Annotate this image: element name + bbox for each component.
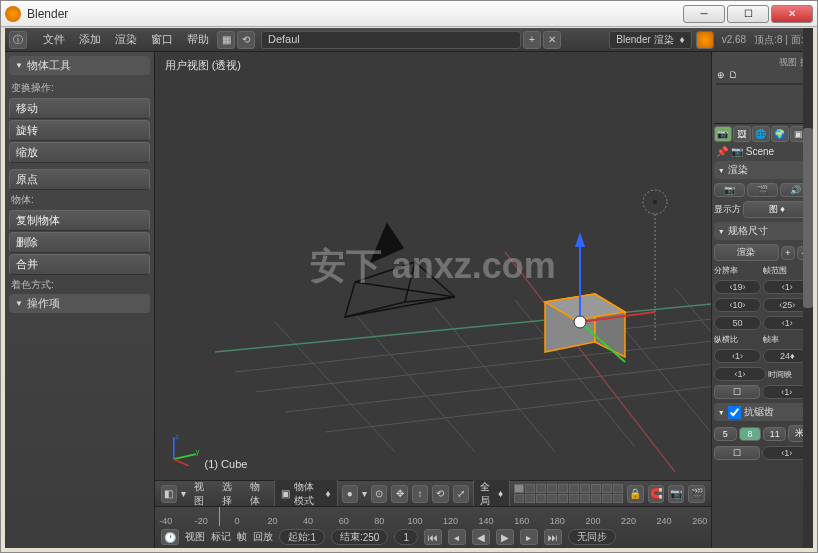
manipulator-rotate-icon[interactable]: ⟲ bbox=[432, 485, 448, 503]
axis-gizmo: z y bbox=[167, 432, 201, 466]
menu-file[interactable]: 文件 bbox=[37, 30, 71, 49]
timeline-editor-icon[interactable]: 🕐 bbox=[161, 529, 179, 545]
origin-button[interactable]: 原点 bbox=[9, 169, 150, 190]
aspect-y-field[interactable]: ‹1› bbox=[714, 367, 767, 381]
outliner-scene[interactable]: 🗋 bbox=[729, 70, 738, 80]
outliner[interactable]: 视图 搜 ⊕🗋 bbox=[714, 54, 811, 124]
translate-button[interactable]: 移动 bbox=[9, 98, 150, 119]
lock-camera-icon[interactable]: 🔒 bbox=[627, 485, 643, 503]
aa-8[interactable]: 8 bbox=[739, 427, 762, 441]
editor-type-icon[interactable]: ⓘ bbox=[9, 31, 27, 49]
svg-text:z: z bbox=[175, 433, 179, 440]
tick: 140 bbox=[479, 516, 494, 526]
tick: 240 bbox=[657, 516, 672, 526]
minimize-button[interactable]: ─ bbox=[683, 5, 725, 23]
editor-type-3dview-icon[interactable]: ◧ bbox=[161, 485, 177, 503]
manipulator-scale-icon[interactable]: ⤢ bbox=[453, 485, 469, 503]
dimensions-section[interactable]: 规格尺寸 bbox=[714, 222, 811, 240]
shading-solid-icon[interactable]: ● bbox=[342, 485, 358, 503]
scene-tab-icon[interactable]: 🌐 bbox=[752, 126, 770, 142]
render-button[interactable]: 📷 bbox=[714, 183, 745, 197]
object-menu[interactable]: 物体 bbox=[246, 478, 270, 510]
pivot-icon[interactable]: ⊙ bbox=[371, 485, 387, 503]
svg-line-16 bbox=[345, 297, 455, 317]
operator-header[interactable]: 操作项 bbox=[9, 294, 150, 313]
aspect-field[interactable]: ‹1› bbox=[714, 349, 762, 363]
jump-start-icon[interactable]: ⏮ bbox=[424, 529, 442, 545]
tick: 260 bbox=[692, 516, 707, 526]
menu-help[interactable]: 帮助 bbox=[181, 30, 215, 49]
preset-dropdown[interactable]: 渲染 bbox=[714, 244, 779, 261]
mode-dropdown[interactable]: ▣物体模式 ♦ bbox=[274, 478, 338, 510]
shading-label: 着色方式: bbox=[9, 276, 150, 294]
maximize-button[interactable]: ☐ bbox=[727, 5, 769, 23]
jump-end-icon[interactable]: ⏭ bbox=[544, 529, 562, 545]
3d-viewport[interactable]: 用户视图 (透视) bbox=[155, 52, 711, 480]
add-preset-icon[interactable]: + bbox=[781, 246, 795, 260]
timeline-ruler[interactable]: -40-200204060801001201401601802002202402… bbox=[155, 507, 711, 526]
scale-button[interactable]: 缩放 bbox=[9, 142, 150, 163]
res-x-field[interactable]: ‹19› bbox=[714, 280, 762, 294]
world-tab-icon[interactable]: 🌍 bbox=[771, 126, 789, 142]
sync-dropdown[interactable]: 无同步 bbox=[568, 529, 616, 545]
timeline-marker-menu[interactable]: 标记 bbox=[211, 530, 231, 544]
keyframe-next-icon[interactable]: ▸ bbox=[520, 529, 538, 545]
chevron-down-icon: ▾ bbox=[181, 488, 186, 499]
end-frame-field[interactable]: 结束: 250 bbox=[331, 529, 388, 545]
delete-button[interactable]: 删除 bbox=[9, 232, 150, 253]
res-pct-field[interactable]: 50 bbox=[714, 316, 762, 330]
svg-marker-22 bbox=[575, 232, 585, 247]
titlebar: Blender ─ ☐ ✕ bbox=[1, 1, 817, 27]
aa-section[interactable]: 抗锯齿 bbox=[714, 403, 811, 421]
object-tools-header[interactable]: 物体工具 bbox=[9, 56, 150, 75]
orientation-dropdown[interactable]: 全局 ♦ bbox=[473, 478, 510, 510]
close-button[interactable]: ✕ bbox=[771, 5, 813, 23]
aa-checkbox[interactable] bbox=[728, 406, 741, 419]
layout-icon[interactable]: ▦ bbox=[217, 31, 235, 49]
clapboard-icon[interactable]: 🎬 bbox=[688, 485, 704, 503]
play-reverse-icon[interactable]: ◀ bbox=[472, 529, 490, 545]
svg-point-25 bbox=[574, 316, 586, 328]
animation-button[interactable]: 🎬 bbox=[747, 183, 778, 197]
menu-add[interactable]: 添加 bbox=[73, 30, 107, 49]
remove-scene-icon[interactable]: ✕ bbox=[543, 31, 561, 49]
scene-name-field[interactable]: Defaul bbox=[261, 31, 521, 49]
snap-icon[interactable]: 🧲 bbox=[648, 485, 664, 503]
render-engine-dropdown[interactable]: Blender 渲染 ♦ bbox=[609, 31, 691, 49]
render-icon[interactable]: 📷 bbox=[668, 485, 684, 503]
timeline-frame-menu[interactable]: 帧 bbox=[237, 530, 247, 544]
layers-tab-icon[interactable]: 🖼 bbox=[733, 126, 751, 142]
aa-11[interactable]: 11 bbox=[763, 427, 786, 441]
res-y-field[interactable]: ‹10› bbox=[714, 298, 762, 312]
tick: 200 bbox=[585, 516, 600, 526]
blender-icon[interactable] bbox=[696, 31, 714, 49]
scrollbar[interactable] bbox=[803, 52, 813, 548]
timeline-view-menu[interactable]: 视图 bbox=[185, 530, 205, 544]
menu-render[interactable]: 渲染 bbox=[109, 30, 143, 49]
view-menu[interactable]: 视图 bbox=[190, 478, 214, 510]
render-section[interactable]: 渲染 bbox=[714, 161, 811, 179]
svg-line-11 bbox=[505, 252, 675, 472]
manipulator-translate-icon[interactable]: ↕ bbox=[412, 485, 428, 503]
add-scene-icon[interactable]: + bbox=[523, 31, 541, 49]
border-toggle[interactable]: ☐ bbox=[714, 385, 761, 399]
timeline-playback-menu[interactable]: 回放 bbox=[253, 530, 273, 544]
menu-window[interactable]: 窗口 bbox=[145, 30, 179, 49]
current-frame-field[interactable]: 1 bbox=[394, 529, 418, 545]
display-dropdown[interactable]: 图 ♦ bbox=[743, 201, 811, 218]
duplicate-button[interactable]: 复制物体 bbox=[9, 210, 150, 231]
render-tab-icon[interactable]: 📷 bbox=[714, 126, 732, 142]
aa-fullsample[interactable]: ☐ bbox=[714, 446, 761, 460]
back-icon[interactable]: ⟲ bbox=[237, 31, 255, 49]
object-label: 物体: bbox=[9, 191, 150, 209]
keyframe-prev-icon[interactable]: ◂ bbox=[448, 529, 466, 545]
join-button[interactable]: 合并 bbox=[9, 254, 150, 275]
start-frame-field[interactable]: 起始: 1 bbox=[279, 529, 325, 545]
manipulator-icon[interactable]: ✥ bbox=[391, 485, 407, 503]
rotate-button[interactable]: 旋转 bbox=[9, 120, 150, 141]
select-menu[interactable]: 选择 bbox=[218, 478, 242, 510]
aa-5[interactable]: 5 bbox=[714, 427, 737, 441]
play-icon[interactable]: ▶ bbox=[496, 529, 514, 545]
pin-icon[interactable]: 📌 bbox=[716, 146, 728, 157]
layer-buttons[interactable] bbox=[514, 484, 623, 503]
